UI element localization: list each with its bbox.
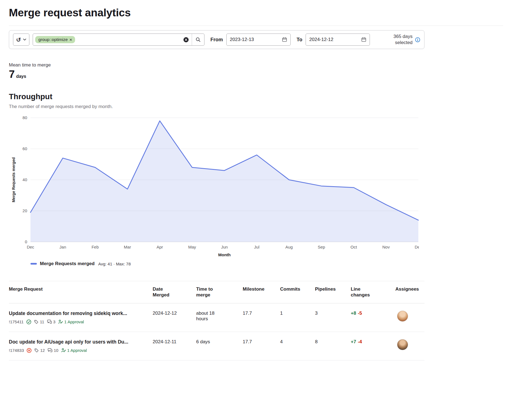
- svg-text:Apr: Apr: [157, 245, 163, 249]
- assignees-cell: [395, 303, 424, 332]
- table-row: Update documentation for removing sideki…: [9, 303, 424, 332]
- assignees-cell: [395, 332, 424, 360]
- svg-text:Dec: Dec: [415, 245, 419, 249]
- svg-text:Feb: Feb: [91, 245, 99, 249]
- comments-icon: [47, 319, 52, 324]
- merge-request-title-link[interactable]: Doc update for AiUsage api only for user…: [9, 339, 148, 345]
- approvals-label: 1 Approval: [67, 348, 87, 353]
- svg-text:Oct: Oct: [350, 245, 357, 249]
- mean-time-to-merge-metric: Mean time to merge 7 days: [9, 62, 503, 80]
- labels-count: 12: [40, 348, 45, 353]
- filter-token: group::optimize ×: [35, 36, 75, 43]
- svg-text:0: 0: [25, 239, 27, 244]
- page: Merge request analytics ↺ group::optimiz…: [0, 0, 512, 360]
- merge-request-id[interactable]: !175411: [9, 319, 24, 324]
- approvals-label: 1 Approval: [64, 319, 84, 324]
- search-button[interactable]: [192, 34, 204, 45]
- col-header-date-merged: Date Merged: [153, 281, 196, 303]
- metric-value: 7: [9, 69, 15, 80]
- legend-swatch: [30, 263, 37, 265]
- svg-text:Aug: Aug: [285, 245, 293, 249]
- col-header-commits: Commits: [280, 281, 315, 303]
- col-header-assignees: Assignees: [395, 281, 424, 303]
- pipelines-cell: 3: [315, 303, 351, 332]
- additions: +7: [351, 339, 356, 344]
- approval-icon: [61, 348, 66, 353]
- from-label: From: [211, 37, 223, 43]
- milestone-cell: 17.7: [243, 303, 280, 332]
- throughput-chart: 020406080DecJanFebMarAprMayJunJulAugSepO…: [9, 114, 419, 267]
- svg-text:Mar: Mar: [124, 245, 131, 249]
- approvals: 1 Approval: [61, 348, 87, 353]
- approval-icon: [58, 319, 63, 324]
- svg-text:20: 20: [22, 208, 27, 213]
- commits-cell: 1: [280, 303, 315, 332]
- time-to-merge-cell: about 18 hours: [196, 303, 243, 332]
- clear-icon: [183, 37, 189, 43]
- search-icon: [196, 37, 201, 42]
- approvals: 1 Approval: [58, 319, 84, 324]
- merged-status-icon: [26, 319, 31, 324]
- col-header-merge-request: Merge Request: [9, 281, 153, 303]
- chart-legend[interactable]: Merge Requests merged Avg: 41 · Max: 78: [30, 261, 419, 267]
- metric-label: Mean time to merge: [9, 62, 503, 68]
- to-date-input[interactable]: 2024-12-12: [306, 34, 370, 46]
- comments-icon: [48, 348, 52, 353]
- time-to-merge-cell: 6 days: [196, 332, 243, 360]
- table-header-row: Merge Request Date Merged Time to merge …: [9, 281, 424, 303]
- svg-text:Sep: Sep: [318, 245, 325, 249]
- svg-text:80: 80: [22, 115, 27, 120]
- throughput-description: The number of merge requests merged by m…: [9, 104, 503, 109]
- closed-status-icon: [27, 348, 32, 353]
- svg-text:Jul: Jul: [254, 245, 259, 249]
- merge-request-title-link[interactable]: Update documentation for removing sideki…: [9, 311, 148, 316]
- milestone-cell: 17.7: [243, 332, 280, 360]
- calendar-icon: [361, 37, 366, 42]
- legend-label: Merge Requests merged: [40, 261, 94, 267]
- search-history-dropdown[interactable]: ↺: [13, 34, 29, 46]
- comments-count: 10: [54, 348, 58, 353]
- labels-count: 11: [40, 319, 44, 324]
- svg-text:Nov: Nov: [382, 245, 390, 249]
- throughput-heading: Throughput: [9, 92, 503, 101]
- date-merged-cell: 2024-12-12: [153, 303, 196, 332]
- chevron-down-icon: [23, 39, 26, 41]
- line-changes-cell: +8-5: [351, 303, 395, 332]
- svg-text:May: May: [188, 245, 196, 249]
- days-selected-text: 365 days selected: [383, 34, 413, 46]
- svg-text:Jun: Jun: [221, 245, 228, 249]
- additions: +8: [351, 311, 356, 316]
- comments-count: 3: [53, 319, 55, 324]
- col-header-pipelines: Pipelines: [315, 281, 351, 303]
- deletions: -5: [358, 311, 362, 316]
- line-changes-cell: +7-4: [351, 332, 395, 360]
- commits-cell: 4: [280, 332, 315, 360]
- info-icon[interactable]: [415, 37, 420, 42]
- filter-token-label: group::optimize: [39, 37, 68, 42]
- svg-text:Jan: Jan: [60, 245, 66, 249]
- calendar-icon: [282, 37, 287, 42]
- from-date-input[interactable]: 2023-12-13: [226, 34, 291, 46]
- history-icon: ↺: [16, 37, 21, 43]
- svg-text:60: 60: [22, 146, 27, 151]
- filtered-search-input[interactable]: group::optimize ×: [33, 34, 204, 46]
- svg-text:40: 40: [22, 177, 27, 182]
- metric-unit: days: [16, 74, 26, 79]
- page-title: Merge request analytics: [9, 7, 503, 19]
- divider: [9, 25, 503, 26]
- merge-request-id[interactable]: !174833: [9, 348, 24, 353]
- legend-stats: Avg: 41 · Max: 78: [98, 262, 130, 266]
- days-selected: 365 days selected: [383, 34, 420, 46]
- labels-icon: [34, 320, 39, 324]
- token-remove-button[interactable]: ×: [68, 37, 73, 42]
- col-header-milestone: Milestone: [243, 281, 280, 303]
- col-header-time-to-merge: Time to merge: [196, 281, 243, 303]
- col-header-line-changes: Line changes: [351, 281, 395, 303]
- avatar[interactable]: [397, 311, 408, 322]
- avatar[interactable]: [397, 339, 408, 350]
- labels-icon: [34, 348, 39, 353]
- svg-text:Merge Requests merged: Merge Requests merged: [11, 157, 16, 203]
- deletions: -4: [358, 339, 362, 344]
- svg-text:Dec: Dec: [27, 245, 34, 249]
- clear-search-button[interactable]: [180, 37, 192, 43]
